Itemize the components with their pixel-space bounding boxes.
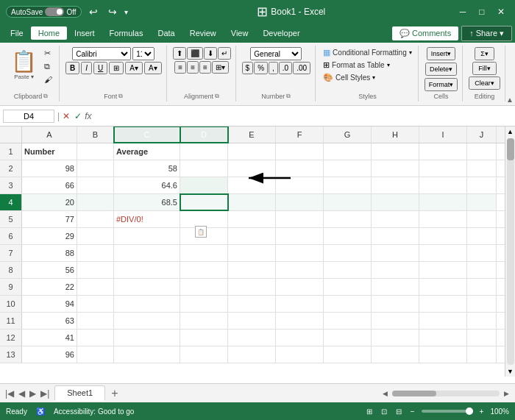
cell-H10[interactable] (372, 296, 419, 312)
cell-B13[interactable] (77, 346, 114, 363)
cell-D4[interactable] (180, 194, 228, 210)
cell-I9[interactable] (419, 279, 467, 295)
cell-J5[interactable] (467, 211, 497, 227)
h-scroll-right[interactable]: ▶ (502, 390, 511, 397)
cell-F2[interactable] (276, 160, 324, 177)
cell-styles-button[interactable]: 🎨 Cell Styles ▾ (322, 72, 413, 83)
format-cells-button[interactable]: Format▾ (425, 78, 458, 91)
cell-E6[interactable] (228, 228, 276, 244)
cell-F6[interactable] (276, 228, 324, 244)
cell-J13[interactable] (467, 346, 497, 363)
cell-B7[interactable] (77, 245, 114, 261)
cell-E7[interactable] (228, 245, 276, 261)
cell-F12[interactable] (276, 330, 324, 346)
scroll-thumb-vertical[interactable] (507, 138, 514, 160)
scroll-down-arrow[interactable]: ▼ (505, 366, 515, 377)
cell-A5[interactable]: 77 (22, 211, 77, 227)
cell-G7[interactable] (324, 245, 372, 261)
menu-developer[interactable]: Developer (255, 26, 307, 40)
cell-F8[interactable] (276, 262, 324, 278)
scroll-track-vertical[interactable] (507, 138, 514, 365)
alignment-expand-icon[interactable]: ⧉ (215, 93, 219, 100)
cell-J4[interactable] (467, 194, 497, 210)
cell-A1[interactable]: Number (22, 143, 77, 160)
borders-button[interactable]: ⊞ (109, 62, 124, 74)
menu-home[interactable]: Home (31, 26, 67, 40)
cell-H5[interactable] (372, 211, 419, 227)
cell-G2[interactable] (324, 160, 372, 177)
quick-access-more[interactable]: ▾ (124, 8, 128, 16)
cell-A8[interactable]: 56 (22, 262, 77, 278)
cell-D3[interactable] (180, 177, 228, 193)
analyze-data-button[interactable]: 📊 Analyze Data (511, 47, 515, 76)
copy-button[interactable]: ⧉ (42, 60, 54, 73)
cell-F13[interactable] (276, 346, 324, 363)
wrap-text-button[interactable]: ↵ (218, 47, 231, 60)
fill-color-button[interactable]: A▾ (125, 62, 143, 74)
row-number-5[interactable]: 5 (0, 211, 22, 227)
font-family-select[interactable]: Calibri (72, 47, 131, 60)
middle-align-button[interactable]: ⬛ (187, 47, 203, 60)
bold-button[interactable]: B (65, 62, 79, 74)
cell-H2[interactable] (372, 160, 419, 177)
cell-J3[interactable] (467, 177, 497, 193)
cell-D2[interactable] (180, 160, 228, 177)
cell-F9[interactable] (276, 279, 324, 295)
cell-A13[interactable]: 96 (22, 346, 77, 363)
cell-D11[interactable] (180, 313, 228, 329)
tab-nav-last[interactable]: ▶| (38, 388, 52, 399)
row-number-13[interactable]: 13 (0, 346, 22, 363)
sheet-tab-sheet1[interactable]: Sheet1 (54, 385, 105, 401)
merge-button[interactable]: ⊞▾ (212, 61, 229, 74)
cell-I3[interactable] (419, 177, 467, 193)
cell-B12[interactable] (77, 330, 114, 346)
cell-I11[interactable] (419, 313, 467, 329)
fill-button[interactable]: Fill▾ (472, 62, 497, 75)
autosave-toggle[interactable] (45, 7, 64, 16)
cut-button[interactable]: ✂ (42, 47, 54, 60)
cell-B10[interactable] (77, 296, 114, 312)
cell-C4[interactable]: 68.5 (114, 194, 180, 210)
cell-F11[interactable] (276, 313, 324, 329)
cell-E2[interactable] (228, 160, 276, 177)
cell-G11[interactable] (324, 313, 372, 329)
cell-C3[interactable]: 64.6 (114, 177, 180, 193)
col-header-j[interactable]: J (467, 127, 497, 143)
cell-C7[interactable] (114, 245, 180, 261)
format-table-button[interactable]: ⊞ Format as Table ▾ (322, 60, 413, 71)
cell-I2[interactable] (419, 160, 467, 177)
cell-B2[interactable] (77, 160, 114, 177)
cell-D9[interactable] (180, 279, 228, 295)
redo-button[interactable]: ↪ (105, 4, 120, 19)
autosum-button[interactable]: Σ▾ (475, 47, 494, 60)
scroll-up-arrow[interactable]: ▲ (505, 127, 515, 137)
cell-J11[interactable] (467, 313, 497, 329)
cell-E9[interactable] (228, 279, 276, 295)
col-header-d[interactable]: D (180, 127, 228, 143)
cell-A11[interactable]: 63 (22, 313, 77, 329)
cell-D1[interactable] (180, 143, 228, 160)
cell-A10[interactable]: 94 (22, 296, 77, 312)
tab-nav-prev[interactable]: ◀ (16, 388, 27, 399)
cell-E3[interactable] (228, 177, 276, 193)
cell-reference-box[interactable] (3, 110, 54, 123)
page-layout-view-button[interactable]: ⊡ (379, 407, 389, 416)
cell-E12[interactable] (228, 330, 276, 346)
currency-button[interactable]: $ (242, 62, 254, 74)
cell-C5[interactable]: #DIV/0! (114, 211, 180, 227)
cell-I7[interactable] (419, 245, 467, 261)
cell-E8[interactable] (228, 262, 276, 278)
cell-B11[interactable] (77, 313, 114, 329)
tab-nav-first[interactable]: |◀ (3, 388, 16, 399)
add-sheet-button[interactable]: + (108, 387, 121, 400)
cell-B3[interactable] (77, 177, 114, 193)
cell-H11[interactable] (372, 313, 419, 329)
formula-confirm-button[interactable]: ✓ (74, 111, 82, 121)
cell-G13[interactable] (324, 346, 372, 363)
h-scroll-left[interactable]: ◀ (381, 390, 389, 397)
cell-A12[interactable]: 41 (22, 330, 77, 346)
cell-J8[interactable] (467, 262, 497, 278)
cell-B1[interactable] (77, 143, 114, 160)
cell-A9[interactable]: 22 (22, 279, 77, 295)
cell-I1[interactable] (419, 143, 467, 160)
